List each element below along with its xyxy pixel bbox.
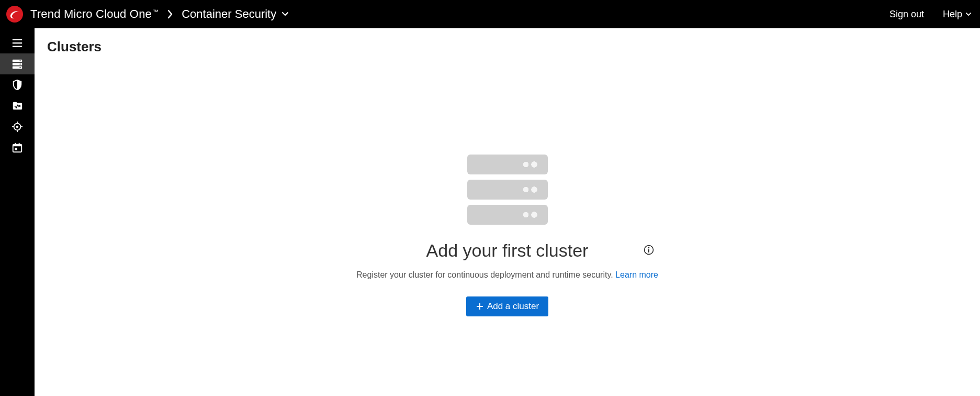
- sign-out-link[interactable]: Sign out: [889, 9, 924, 20]
- main-content: Clusters Add your first cluster Reg: [35, 28, 980, 396]
- hamburger-icon: [12, 37, 23, 49]
- sidebar-item-clusters[interactable]: [0, 53, 35, 74]
- empty-state-title: Add your first cluster: [426, 240, 589, 261]
- svg-rect-22: [648, 249, 649, 252]
- svg-rect-16: [13, 145, 22, 147]
- brand-name: Trend Micro Cloud One™: [30, 7, 159, 21]
- help-label: Help: [943, 9, 962, 20]
- server-row-illus: [467, 155, 548, 174]
- empty-state: Add your first cluster Register your clu…: [47, 155, 967, 316]
- empty-state-subtitle: Register your cluster for continuous dep…: [356, 270, 658, 280]
- product-name: Container Security: [182, 7, 276, 21]
- add-cluster-label: Add a cluster: [487, 301, 539, 312]
- svg-point-21: [648, 247, 649, 248]
- sidebar-menu-toggle[interactable]: [0, 32, 35, 53]
- sidebar-item-shield[interactable]: [0, 74, 35, 95]
- shield-icon: [12, 79, 23, 91]
- sidebar: [0, 28, 35, 396]
- svg-rect-19: [15, 148, 17, 150]
- folder-check-icon: [12, 100, 23, 112]
- svg-point-8: [19, 67, 20, 68]
- page-title: Clusters: [47, 39, 967, 55]
- add-cluster-button[interactable]: Add a cluster: [466, 296, 548, 316]
- plus-icon: [476, 302, 484, 311]
- crosshair-icon: [12, 121, 23, 133]
- chevron-down-icon: [281, 9, 289, 19]
- trend-swirl-icon: [8, 8, 21, 20]
- svg-rect-2: [13, 46, 22, 47]
- svg-point-10: [16, 126, 19, 128]
- calendar-icon: [12, 142, 23, 153]
- svg-rect-1: [13, 42, 22, 43]
- help-dropdown[interactable]: Help: [943, 9, 972, 20]
- sidebar-item-calendar[interactable]: [0, 137, 35, 158]
- chevron-right-icon: [167, 9, 173, 19]
- server-row-illus: [467, 205, 548, 225]
- server-illustration: [467, 155, 548, 225]
- servers-icon: [12, 58, 23, 70]
- sidebar-item-target[interactable]: [0, 116, 35, 137]
- server-row-illus: [467, 180, 548, 200]
- learn-more-link[interactable]: Learn more: [615, 270, 658, 279]
- brand-logo: [6, 6, 23, 23]
- chevron-down-icon: [965, 12, 972, 17]
- svg-rect-0: [13, 39, 22, 40]
- empty-subtitle-text: Register your cluster for continuous dep…: [356, 270, 615, 279]
- svg-point-7: [19, 63, 20, 64]
- sidebar-item-policies[interactable]: [0, 95, 35, 116]
- info-icon[interactable]: [644, 245, 654, 257]
- top-bar: Trend Micro Cloud One™ Container Securit…: [0, 0, 980, 28]
- svg-point-6: [19, 60, 20, 61]
- product-dropdown[interactable]: Container Security: [182, 7, 289, 21]
